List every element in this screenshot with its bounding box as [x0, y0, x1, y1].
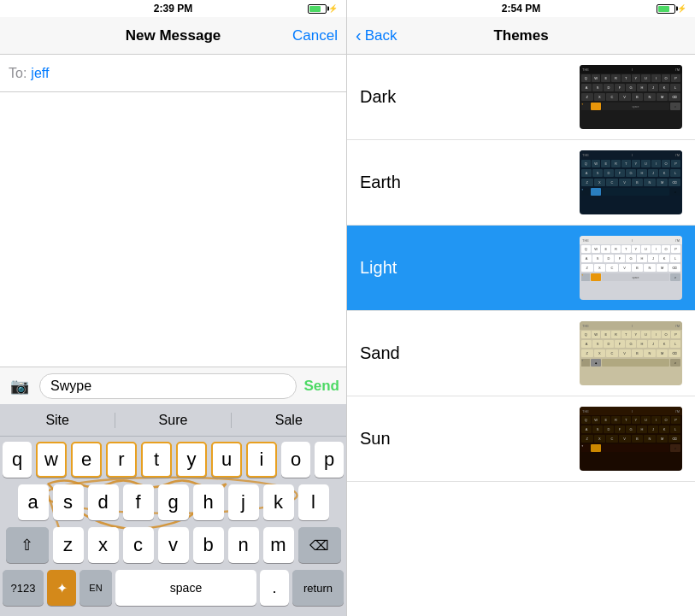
emoji-key[interactable]: ✦	[47, 570, 76, 606]
numbers-key[interactable]: ?123	[3, 570, 44, 606]
mini-topbar-light: THEII'M	[580, 236, 682, 244]
theme-item-sand[interactable]: Sand THEII'M QWERTYUIOP ASDFGHJKL ZXCVBN…	[347, 311, 695, 396]
battery-icon	[308, 4, 327, 14]
theme-preview-light: THEII'M QWERTYUIOP ASDFGHJKL ZXCVBNM⌫ ✦	[580, 236, 682, 300]
key-c[interactable]: c	[123, 527, 154, 563]
battery-fill	[309, 6, 321, 12]
key-l[interactable]: l	[298, 484, 329, 520]
key-m[interactable]: m	[263, 527, 294, 563]
mini-topbar-earth: THEII'M	[580, 150, 682, 159]
mini-topbar-sand: THEII'M	[580, 321, 682, 330]
mini-row2-earth: ASDFGHJKL	[580, 168, 682, 178]
keyboard-row-3: ⇧ z x c v b n m ⌫	[3, 527, 344, 563]
key-s[interactable]: s	[53, 484, 84, 520]
right-battery-area: ⚡	[657, 4, 686, 14]
suggestion-2[interactable]: Sure	[115, 413, 231, 428]
shift-key[interactable]: ⇧	[6, 527, 49, 563]
theme-item-sun[interactable]: Sun THEII'M QWERTYUIOP ASDFGHJKL ZXCVBNM…	[347, 396, 695, 482]
key-v[interactable]: v	[158, 527, 189, 563]
key-p[interactable]: p	[315, 442, 344, 478]
mini-row3-light: ZXCVBNM⌫	[580, 263, 682, 273]
theme-preview-dark: THEII'M QWERTYUIOP ASDFGHJKL ZXCVBNM⌫ ✦	[580, 65, 682, 129]
mini-row1-sun: QWERTYUIOP	[580, 415, 682, 425]
key-j[interactable]: j	[228, 484, 259, 520]
mini-row1-earth: QWERTYUIOP	[580, 159, 682, 168]
mini-topbar-sun: THEII'M	[580, 407, 682, 415]
keyboard: q w e r t y u i o p a s d f g h j k l ⇧ …	[0, 437, 346, 616]
mini-topbar-dark: THEII'M	[580, 65, 682, 73]
mini-row2-sand: ASDFGHJKL	[580, 339, 682, 349]
new-message-title: New Message	[126, 27, 221, 44]
suggestion-3[interactable]: Sale	[232, 413, 346, 428]
key-h[interactable]: h	[193, 484, 224, 520]
space-key[interactable]: space	[115, 570, 256, 606]
camera-button[interactable]: 📷	[7, 373, 32, 399]
left-time: 2:39 PM	[154, 3, 192, 15]
key-q[interactable]: q	[3, 442, 32, 478]
key-g[interactable]: g	[158, 484, 189, 520]
mini-row2-dark: ASDFGHJKL	[580, 83, 682, 92]
to-value: jeff	[31, 66, 49, 81]
key-n[interactable]: n	[228, 527, 259, 563]
input-text: Swype	[50, 378, 91, 394]
right-panel: 2:54 PM ⚡ ‹ Back Themes Dark THEII'M	[347, 0, 695, 616]
mini-row4-dark: ✦ space ↵	[580, 102, 682, 111]
language-key[interactable]: EN	[80, 570, 112, 606]
key-o[interactable]: o	[281, 442, 310, 478]
key-u[interactable]: u	[211, 442, 242, 478]
theme-name-earth: Earth	[360, 173, 580, 192]
right-nav: ‹ Back Themes	[347, 17, 695, 55]
mini-row3-earth: ZXCVBNM⌫	[580, 178, 682, 187]
key-a[interactable]: a	[18, 484, 49, 520]
theme-item-earth[interactable]: Earth THEII'M QWERTYUIOP ASDFGHJKL ZXCVB…	[347, 140, 695, 226]
key-e[interactable]: e	[71, 442, 102, 478]
theme-name-light: Light	[360, 258, 580, 278]
back-chevron-icon: ‹	[356, 26, 362, 45]
key-b[interactable]: b	[193, 527, 224, 563]
mini-row4-sun: ✦ ↵	[580, 443, 682, 453]
themes-title: Themes	[493, 27, 548, 44]
message-area[interactable]	[0, 92, 346, 367]
bolt-icon: ⚡	[328, 4, 338, 13]
theme-name-dark: Dark	[360, 87, 580, 107]
mini-row4-sand: ✦ ◆ ↵	[580, 358, 682, 367]
key-r[interactable]: r	[106, 442, 137, 478]
theme-list: Dark THEII'M QWERTYUIOP ASDFGHJKL ZXCVBN…	[347, 55, 695, 616]
theme-name-sand: Sand	[360, 343, 580, 363]
mini-row1-light: QWERTYUIOP	[580, 244, 682, 254]
delete-key[interactable]: ⌫	[298, 527, 341, 563]
key-i[interactable]: i	[246, 442, 277, 478]
mini-row4-light: ✦ space ↵	[580, 273, 682, 282]
send-button[interactable]: Send	[303, 378, 339, 395]
key-z[interactable]: z	[53, 527, 84, 563]
suggestion-1[interactable]: Site	[0, 413, 115, 428]
key-w[interactable]: w	[36, 442, 67, 478]
theme-item-light[interactable]: Light THEII'M QWERTYUIOP ASDFGHJKL ZXCVB…	[347, 226, 695, 311]
left-battery: ⚡	[308, 4, 338, 14]
right-time: 2:54 PM	[502, 3, 540, 15]
return-key[interactable]: return	[292, 570, 344, 606]
keyboard-row-4: ?123 ✦ EN space . return	[3, 570, 344, 606]
key-f[interactable]: f	[123, 484, 154, 520]
mini-row2-light: ASDFGHJKL	[580, 254, 682, 263]
mini-row3-sun: ZXCVBNM⌫	[580, 434, 682, 443]
theme-item-dark[interactable]: Dark THEII'M QWERTYUIOP ASDFGHJKL ZXCVBN…	[347, 55, 695, 140]
left-panel: 2:39 PM ⚡ New Message Cancel To: jeff 📷 …	[0, 0, 347, 616]
message-input[interactable]: Swype	[39, 373, 297, 399]
cancel-button[interactable]: Cancel	[292, 27, 338, 44]
key-d[interactable]: d	[88, 484, 119, 520]
key-t[interactable]: t	[141, 442, 172, 478]
input-bar: 📷 Swype Send	[0, 367, 346, 404]
back-button[interactable]: ‹ Back	[356, 26, 397, 45]
mini-row3-sand: ZXCVBNM⌫	[580, 349, 682, 358]
key-k[interactable]: k	[263, 484, 294, 520]
right-bolt-icon: ⚡	[677, 4, 686, 13]
mini-row2-sun: ASDFGHJKL	[580, 425, 682, 434]
key-x[interactable]: x	[88, 527, 119, 563]
key-y[interactable]: y	[176, 442, 207, 478]
suggestions-bar: Site Sure Sale	[0, 404, 346, 437]
to-field: To: jeff	[0, 55, 346, 92]
period-key[interactable]: .	[260, 570, 289, 606]
mini-row1-sand: QWERTYUIOP	[580, 330, 682, 339]
keyboard-row-2: a s d f g h j k l	[3, 484, 344, 520]
